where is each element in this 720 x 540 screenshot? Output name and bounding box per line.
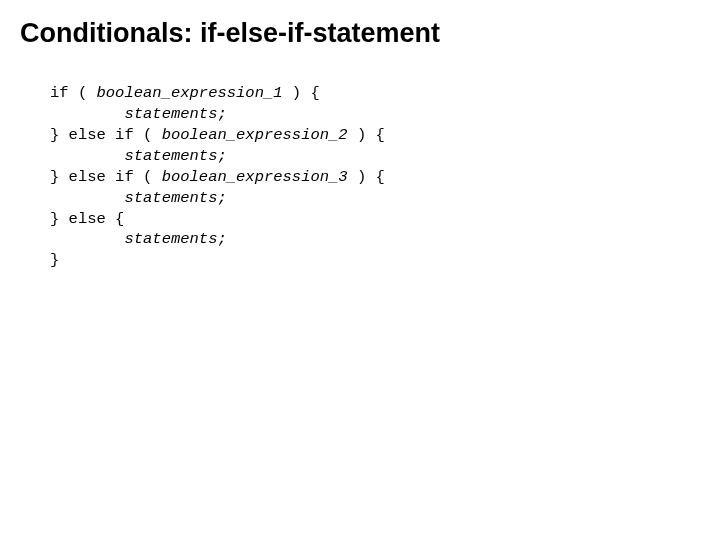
code-text: if ( bbox=[50, 84, 97, 102]
slide: Conditionals: if-else-if-statement if ( … bbox=[0, 0, 720, 289]
code-placeholder: boolean_expression_1 bbox=[97, 84, 283, 102]
code-placeholder: statements; bbox=[124, 147, 226, 165]
code-block: if ( boolean_expression_1 ) { statements… bbox=[50, 83, 700, 271]
code-text: } else { bbox=[50, 210, 124, 228]
code-indent bbox=[50, 230, 124, 248]
code-text: ) { bbox=[348, 126, 385, 144]
code-indent bbox=[50, 147, 124, 165]
slide-title: Conditionals: if-else-if-statement bbox=[20, 18, 700, 49]
code-indent bbox=[50, 189, 124, 207]
code-placeholder: statements; bbox=[124, 189, 226, 207]
code-placeholder: statements; bbox=[124, 105, 226, 123]
code-placeholder: boolean_expression_2 bbox=[162, 126, 348, 144]
code-placeholder: boolean_expression_3 bbox=[162, 168, 348, 186]
code-indent bbox=[50, 105, 124, 123]
code-text: ) { bbox=[283, 84, 320, 102]
code-text: } else if ( bbox=[50, 168, 162, 186]
code-text: } else if ( bbox=[50, 126, 162, 144]
code-text: ) { bbox=[348, 168, 385, 186]
code-text: } bbox=[50, 251, 59, 269]
code-placeholder: statements; bbox=[124, 230, 226, 248]
